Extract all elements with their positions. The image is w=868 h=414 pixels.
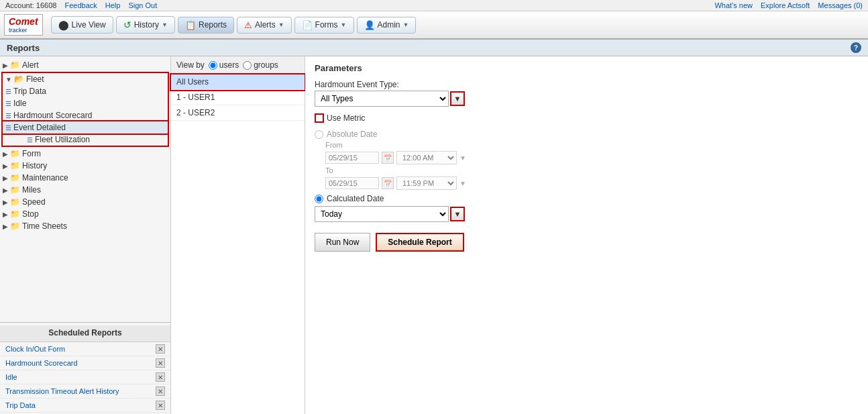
sidebar-item-miles[interactable]: ▶ 📁 Miles [0, 184, 170, 196]
sub-header: Reports ? [0, 40, 868, 56]
users-radio[interactable] [209, 61, 217, 70]
event-detailed-item[interactable]: ☰ Event Detailed [3, 121, 168, 134]
close-button[interactable]: ✕ [156, 386, 165, 396]
scheduled-item-link[interactable]: Clock In/Out Form [5, 345, 65, 353]
calculated-date-dropdown-btn[interactable]: ▼ [450, 207, 465, 221]
scheduled-item: Trip Data ✕ [0, 399, 170, 413]
idle-item[interactable]: ☰ Idle [3, 97, 168, 109]
users-radio-label[interactable]: users [209, 60, 239, 70]
scheduled-item: Hardmount Scorecard ✕ [0, 356, 170, 370]
sidebar-item-alert[interactable]: ▶ 📁 Alert [0, 59, 170, 71]
history-button[interactable]: ↺ History ▼ [116, 16, 175, 34]
forms-dropdown-icon: ▼ [341, 21, 347, 28]
from-time-select[interactable]: 12:00 AM [396, 151, 457, 164]
to-label: To [325, 166, 859, 174]
scheduled-item-link[interactable]: Idle [5, 373, 17, 381]
run-now-button[interactable]: Run Now [315, 233, 370, 252]
sidebar-item-maintenance[interactable]: ▶ 📁 Maintenance [0, 172, 170, 184]
expand-icon: ▶ [3, 150, 8, 158]
folder-icon: 📁 [10, 209, 20, 219]
sidebar-item-label: Stop [22, 209, 39, 219]
from-date-row: 📅 12:00 AM ▼ [325, 151, 859, 164]
close-button[interactable]: ✕ [156, 401, 165, 410]
sidebar-item-stop[interactable]: ▶ 📁 Stop [0, 208, 170, 220]
absolute-date-radio-row: Absolute Date [315, 130, 859, 139]
sidebar-item-label: Trip Data [13, 87, 46, 96]
sidebar-item-form[interactable]: ▶ 📁 Form [0, 148, 170, 160]
live-view-icon: ⬤ [58, 19, 69, 30]
top-bar: Account: 16608 Feedback Help Sign Out Wh… [0, 0, 868, 11]
user-user1[interactable]: 1 - USER1 [171, 90, 305, 105]
close-button[interactable]: ✕ [156, 344, 165, 354]
fleet-utilization-item[interactable]: ☰ Fleet Utilization [3, 134, 168, 146]
sidebar-item-history[interactable]: ▶ 📁 History [0, 160, 170, 172]
to-calendar-icon[interactable]: 📅 [382, 177, 394, 189]
help-icon[interactable]: ? [851, 42, 861, 53]
trip-data-item[interactable]: ☰ Trip Data [3, 85, 168, 97]
from-date-input[interactable] [325, 152, 379, 164]
sidebar-item-fleet[interactable]: ▼ 📂 Fleet [3, 73, 168, 85]
expand-icon: ▶ [3, 199, 8, 206]
page-title: Reports [7, 43, 40, 53]
scheduled-item-link[interactable]: Hardmount Scorecard [5, 359, 78, 367]
schedule-report-button[interactable]: Schedule Report [376, 233, 464, 252]
alerts-button[interactable]: ⚠ Alerts ▼ [237, 17, 292, 34]
from-label: From [325, 141, 859, 149]
list-icon: ☰ [5, 100, 11, 107]
help-link[interactable]: Help [105, 1, 121, 9]
signout-link[interactable]: Sign Out [128, 1, 157, 9]
users-label: users [219, 60, 239, 70]
list-icon: ☰ [5, 124, 11, 132]
alerts-icon: ⚠ [244, 20, 252, 30]
user-label: 2 - USER2 [176, 108, 215, 117]
sidebar-item-label: Speed [22, 197, 46, 207]
calculated-date-select[interactable]: Today Yesterday Last 7 Days Last 30 Days… [315, 206, 449, 222]
event-type-select[interactable]: All Types Speeding Hard Brake Hard Accel… [315, 91, 449, 107]
sidebar-item-speed[interactable]: ▶ 📁 Speed [0, 196, 170, 208]
reports-label: Reports [199, 20, 227, 30]
user-list: All Users 1 - USER1 2 - USER2 [171, 74, 305, 121]
to-date-input[interactable] [325, 177, 379, 189]
admin-label: Admin [378, 20, 400, 30]
scheduled-item-link[interactable]: Transmission Timeout Alert History [5, 387, 119, 395]
event-type-dropdown-btn[interactable]: ▼ [450, 91, 465, 106]
fleet-group: ▼ 📂 Fleet ☰ Trip Data ☰ Idle ☰ Hardmount… [1, 72, 169, 147]
close-button[interactable]: ✕ [156, 372, 165, 382]
button-row: Run Now Schedule Report [315, 233, 859, 252]
sidebar-item-label: Fleet [26, 74, 44, 84]
user-user2[interactable]: 2 - USER2 [171, 105, 305, 121]
scheduled-item: Transmission Timeout Alert History ✕ [0, 384, 170, 399]
messages-link[interactable]: Messages (0) [818, 1, 863, 9]
whats-new-link[interactable]: What's new [714, 1, 753, 9]
folder-icon: 📁 [10, 197, 20, 207]
to-time-select[interactable]: 11:59 PM [396, 176, 457, 190]
reports-button[interactable]: 📋 Reports [178, 17, 234, 34]
close-button[interactable]: ✕ [156, 358, 165, 368]
sidebar-item-label: Hardmount Scorecard [13, 111, 92, 120]
explore-link[interactable]: Explore Actsoft [761, 1, 810, 9]
sidebar-item-timesheets[interactable]: ▶ 📁 Time Sheets [0, 220, 170, 232]
sidebar-item-label: Maintenance [22, 173, 68, 183]
admin-button[interactable]: 👤 Admin ▼ [357, 17, 417, 34]
folder-icon: 📁 [10, 173, 20, 183]
absolute-date-label: Absolute Date [327, 130, 377, 139]
groups-radio[interactable] [243, 61, 252, 70]
absolute-date-radio[interactable] [315, 130, 323, 139]
forms-icon: 📄 [302, 20, 313, 30]
use-metric-label[interactable]: Use Metric [315, 113, 859, 123]
expand-icon: ▼ [5, 76, 12, 83]
use-metric-checkbox[interactable] [315, 113, 324, 123]
user-all-users[interactable]: All Users [171, 74, 305, 90]
forms-label: Forms [315, 20, 338, 30]
reports-icon: 📋 [185, 20, 196, 30]
forms-button[interactable]: 📄 Forms ▼ [294, 17, 354, 34]
scheduled-item-link[interactable]: Trip Data [5, 401, 36, 409]
calculated-date-radio-row: Calculated Date [315, 194, 859, 203]
from-calendar-icon[interactable]: 📅 [382, 152, 394, 164]
live-view-button[interactable]: ⬤ Live View [51, 16, 113, 34]
feedback-link[interactable]: Feedback [64, 1, 97, 9]
groups-radio-label[interactable]: groups [243, 60, 278, 70]
history-dropdown-icon: ▼ [162, 21, 168, 28]
hardmount-scorecard-item[interactable]: ☰ Hardmount Scorecard [3, 109, 168, 121]
calculated-date-radio[interactable] [315, 195, 323, 203]
